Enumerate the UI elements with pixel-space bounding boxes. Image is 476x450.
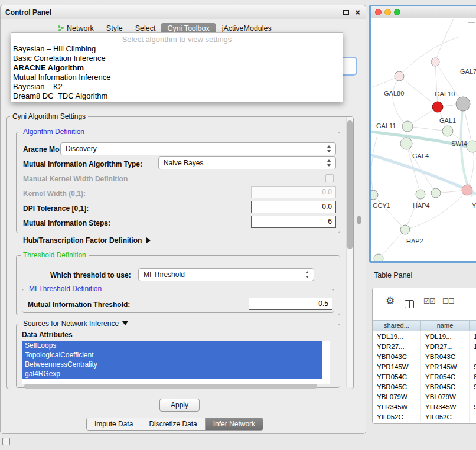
kernel-width-field[interactable]: 0.0 bbox=[251, 186, 336, 198]
mi-type-value: Naive Bayes bbox=[164, 159, 203, 167]
list-item[interactable]: TopologicalCoefficient bbox=[22, 350, 322, 360]
menu-item[interactable]: Bayesian – K2 bbox=[11, 82, 343, 92]
table-row[interactable]: YDR27...YDR27...12 bbox=[373, 342, 476, 352]
stepper-arrows-icon bbox=[305, 271, 309, 278]
mi-threshold-field[interactable]: 0.5 bbox=[249, 298, 332, 310]
hub-section-expander[interactable]: Hub/Transcription Factor Definition bbox=[23, 236, 151, 244]
network-canvas[interactable]: GAL7 GAL80 GAL10 GAL11 GAL1 SWI4 GAL4 GC… bbox=[371, 19, 476, 261]
cell: 9. bbox=[470, 362, 476, 372]
cell: 13 bbox=[470, 332, 476, 342]
table-toolbar: ⚙ ☑☑ ☐☐ bbox=[373, 288, 476, 320]
node-label: GAL1 bbox=[439, 117, 456, 124]
tab-select-label: Select bbox=[135, 24, 156, 32]
mi-steps-field[interactable]: 6 bbox=[251, 216, 336, 228]
cell: 9. bbox=[470, 382, 476, 392]
network-node[interactable] bbox=[374, 254, 383, 261]
node-label: Y bbox=[472, 202, 476, 209]
cell: YER054C bbox=[421, 372, 470, 382]
apply-button[interactable]: Apply bbox=[159, 399, 200, 412]
column-header-name[interactable]: name bbox=[421, 321, 470, 331]
network-node[interactable] bbox=[462, 185, 472, 195]
list-item[interactable]: BetweennessCentrality bbox=[22, 360, 322, 369]
node-label: GAL4 bbox=[412, 152, 429, 159]
menu-item[interactable]: Basic Correlation Inference bbox=[11, 54, 343, 63]
table-body: YDL19...YDL19...13 YDR27...YDR27...12 YB… bbox=[373, 332, 476, 423]
columns-icon[interactable] bbox=[405, 300, 414, 308]
table-row[interactable]: YBR045CYBR045C9. bbox=[373, 382, 476, 392]
table-row[interactable]: YBR043CYBR043C bbox=[373, 352, 476, 362]
select-unchecked-icon[interactable]: ☐☐ bbox=[442, 297, 454, 305]
collapsed-panel-icon[interactable] bbox=[2, 438, 10, 445]
collapse-arrow-icon bbox=[122, 321, 128, 325]
settings-gear-icon[interactable]: ⚙ bbox=[386, 295, 395, 307]
network-node[interactable] bbox=[402, 121, 413, 132]
mac-minimize-button[interactable] bbox=[384, 9, 391, 15]
table-row[interactable]: YDL19...YDL19...13 bbox=[373, 332, 476, 342]
column-header-shared[interactable]: shared... bbox=[373, 321, 421, 331]
menu-item[interactable]: Bayesian – Hill Climbing bbox=[11, 44, 343, 54]
aracne-mode-select[interactable]: Discovery bbox=[60, 142, 336, 155]
network-node[interactable] bbox=[467, 141, 476, 152]
network-view-window: GAL7 GAL80 GAL10 GAL11 GAL1 SWI4 GAL4 GC… bbox=[369, 5, 476, 263]
desktop: Control Panel × Network Style Select Cyn… bbox=[0, 0, 476, 450]
manual-kernel-checkbox[interactable] bbox=[325, 174, 334, 182]
mac-close-button[interactable] bbox=[375, 9, 382, 15]
tab-discretize-data[interactable]: Discretize Data bbox=[141, 418, 204, 430]
network-node[interactable] bbox=[400, 225, 410, 234]
birdseye-toggle-icon[interactable] bbox=[468, 22, 475, 30]
cell: 8. bbox=[470, 372, 476, 382]
network-window-titlebar bbox=[371, 6, 476, 18]
network-node[interactable] bbox=[431, 58, 439, 66]
close-icon[interactable]: × bbox=[355, 7, 360, 17]
cell bbox=[470, 392, 476, 402]
sources-collapser[interactable]: Sources for Network Inference bbox=[21, 319, 131, 328]
cell: YPR145W bbox=[421, 362, 470, 372]
which-threshold-select[interactable]: MI Threshold bbox=[138, 268, 314, 281]
mi-type-select[interactable]: Naive Bayes bbox=[158, 156, 336, 169]
menu-item-selected[interactable]: ARACNE Algorithm bbox=[11, 63, 343, 73]
network-node[interactable] bbox=[371, 190, 378, 200]
table-row[interactable]: YBL079WYBL079W bbox=[373, 392, 476, 402]
settings-scrollbar-thumb[interactable] bbox=[347, 120, 353, 249]
cell: 9. bbox=[470, 402, 476, 412]
tab-infer-network[interactable]: Infer Network bbox=[205, 418, 263, 430]
mi-steps-label: Mutual Information Steps: bbox=[23, 219, 110, 227]
list-hscrollbar-thumb[interactable] bbox=[24, 384, 317, 389]
table-row[interactable]: YIL052CYIL052C bbox=[373, 412, 476, 422]
network-node[interactable] bbox=[416, 190, 425, 199]
network-node[interactable] bbox=[431, 188, 441, 198]
control-panel-window: Control Panel × Network Style Select Cyn… bbox=[0, 5, 366, 434]
thick-edge[interactable] bbox=[371, 154, 476, 196]
dpi-tolerance-field[interactable]: 0.0 bbox=[251, 201, 336, 213]
cell: YER054C bbox=[373, 372, 421, 382]
kernel-width-label: Kernel Width (0,1): bbox=[23, 190, 86, 198]
table-panel-title: Table Panel bbox=[374, 271, 412, 279]
network-node[interactable] bbox=[395, 71, 404, 81]
data-attributes-list: SelfLoops TopologicalCoefficient Between… bbox=[22, 341, 330, 384]
mac-zoom-button[interactable] bbox=[394, 9, 400, 15]
network-node[interactable] bbox=[456, 97, 470, 111]
list-item[interactable]: gal4RGexp bbox=[22, 369, 322, 379]
menu-item[interactable]: Mutual Information Inference bbox=[11, 73, 343, 82]
node-label: GAL7 bbox=[460, 68, 476, 75]
column-header-extra[interactable] bbox=[470, 321, 476, 331]
table-row[interactable]: YLR345WYLR345W9. bbox=[373, 402, 476, 412]
algorithm-dropdown-menu: Select algorithm to view settings Bayesi… bbox=[11, 32, 343, 102]
menu-item[interactable]: Dream8 DC_TDC Algorithm bbox=[11, 92, 343, 101]
menu-placeholder-item[interactable]: Select algorithm to view settings bbox=[11, 34, 343, 44]
tab-impute-data[interactable]: Impute Data bbox=[87, 418, 141, 430]
network-node[interactable] bbox=[442, 126, 453, 136]
splitter-handle[interactable] bbox=[357, 216, 361, 224]
bottom-tab-bar: Impute Data Discretize Data Infer Networ… bbox=[86, 418, 263, 431]
cell: YBR045C bbox=[421, 382, 470, 392]
cell: YBR045C bbox=[373, 382, 421, 392]
network-node[interactable] bbox=[400, 138, 412, 149]
table-header: shared... name bbox=[373, 320, 476, 331]
network-node-highlighted[interactable] bbox=[432, 102, 443, 112]
float-window-icon[interactable] bbox=[343, 10, 349, 15]
table-row[interactable]: YER054CYER054C8. bbox=[373, 372, 476, 382]
stepper-arrows-icon bbox=[327, 145, 331, 152]
list-item[interactable]: SelfLoops bbox=[22, 341, 322, 350]
select-checked-icon[interactable]: ☑☑ bbox=[423, 297, 435, 305]
table-row[interactable]: YPR145WYPR145W9. bbox=[373, 362, 476, 372]
